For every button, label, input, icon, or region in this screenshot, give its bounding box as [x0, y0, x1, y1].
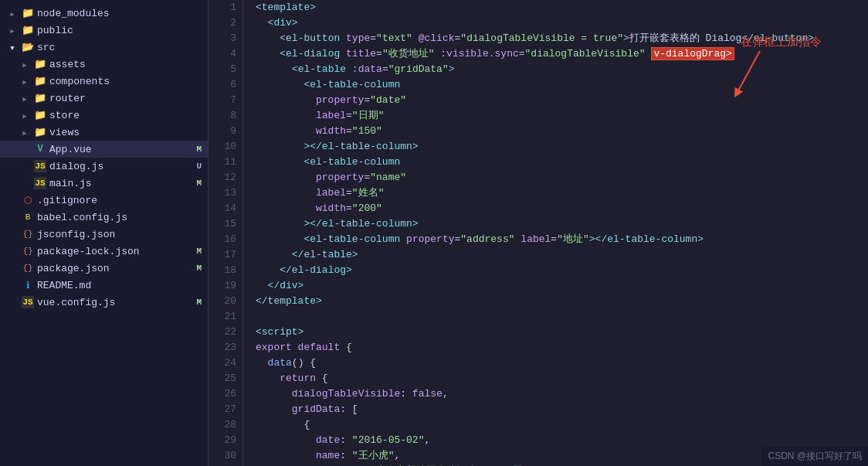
- code-line: return {: [256, 371, 868, 386]
- line-number: 26: [209, 386, 236, 402]
- sidebar-label-jsconfig: jsconfig.json: [37, 229, 202, 240]
- arrow-right-icon: [19, 109, 31, 121]
- sidebar-label-dialog-js: dialog.js: [49, 161, 192, 172]
- code-line: <el-table-column: [256, 155, 868, 170]
- highlight-v-dialog-drag: v-dialogDrag>: [651, 47, 734, 60]
- spacer-icon: [6, 296, 19, 308]
- badge-dialog-js: U: [196, 162, 202, 171]
- js-icon: JS: [22, 296, 34, 308]
- code-line: {: [256, 417, 868, 433]
- sidebar-label-gitignore: .gitignore: [37, 195, 202, 206]
- line-number: 1: [209, 0, 236, 15]
- code-line: <el-table-column property="address" labe…: [256, 232, 868, 247]
- line-number: 22: [209, 325, 236, 340]
- spacer-icon: [19, 160, 31, 172]
- sidebar-item-readme[interactable]: ℹ README.md: [0, 277, 208, 294]
- arrow-right-icon: [19, 92, 31, 104]
- js-icon: JS: [34, 160, 46, 172]
- folder-icon: 📁: [34, 126, 46, 138]
- file-explorer: 📁 node_modules 📁 public 📂 src 📁 assets 📁…: [0, 0, 209, 466]
- line-number: 12: [209, 170, 236, 185]
- sidebar-item-views[interactable]: 📁 views: [0, 124, 208, 141]
- sidebar-item-public[interactable]: 📁 public: [0, 22, 208, 39]
- sidebar-item-components[interactable]: 📁 components: [0, 73, 208, 90]
- code-line: label="日期": [256, 108, 868, 124]
- folder-icon: 📁: [34, 75, 46, 87]
- code-line: property="date": [256, 93, 868, 108]
- sidebar-item-assets[interactable]: 📁 assets: [0, 56, 208, 73]
- line-numbers: 1 2 3 4 5 6 7 8 9 10 11 12 13 14 15 16 1…: [209, 0, 243, 466]
- code-line: export default {: [256, 340, 868, 355]
- json-icon: {}: [22, 262, 34, 274]
- badge-package-lock: M: [196, 247, 202, 256]
- code-line: date: "2016-05-02",: [256, 433, 868, 448]
- sidebar-label-src: src: [37, 42, 202, 53]
- sidebar-item-package-lock[interactable]: {} package-lock.json M: [0, 243, 208, 260]
- line-number: 19: [209, 278, 236, 294]
- sidebar-item-router[interactable]: 📁 router: [0, 90, 208, 107]
- sidebar-item-app-vue[interactable]: V App.vue M: [0, 141, 208, 158]
- sidebar-label-readme: README.md: [37, 280, 202, 291]
- line-number: 15: [209, 216, 236, 232]
- sidebar-label-vue-config: vue.config.js: [37, 297, 192, 308]
- sidebar-item-store[interactable]: 📁 store: [0, 107, 208, 124]
- code-line: width="200": [256, 201, 868, 216]
- sidebar-item-package-json[interactable]: {} package.json M: [0, 260, 208, 277]
- code-line: <el-table :data="gridData">: [256, 62, 868, 77]
- code-line: </el-table>: [256, 247, 868, 263]
- line-number: 23: [209, 340, 236, 355]
- footer-attribution: CSDN @接口写好了吗: [761, 447, 868, 466]
- code-line: </div>: [256, 278, 868, 294]
- line-number: 3: [209, 31, 236, 46]
- code-line: dialogTableVisible: false,: [256, 386, 868, 402]
- code-content: <template> <div> <el-button type="text" …: [243, 0, 868, 466]
- line-number: 6: [209, 77, 236, 93]
- line-number: 7: [209, 93, 236, 108]
- line-number: 13: [209, 185, 236, 201]
- sidebar-label-views: views: [49, 127, 202, 138]
- sidebar-item-jsconfig[interactable]: {} jsconfig.json: [0, 226, 208, 243]
- arrow-down-icon: [6, 41, 19, 53]
- sidebar-item-babel-config[interactable]: B babel.config.js: [0, 209, 208, 226]
- arrow-right-icon: [19, 126, 31, 138]
- badge-main-js: M: [196, 179, 202, 188]
- json-icon: {}: [22, 228, 34, 240]
- line-number: 18: [209, 263, 236, 278]
- code-line: <el-dialog title="收货地址" :visible.sync="d…: [256, 46, 868, 62]
- sidebar-item-vue-config[interactable]: JS vue.config.js M: [0, 294, 208, 311]
- spacer-icon: [6, 279, 19, 291]
- sidebar-label-assets: assets: [49, 59, 202, 70]
- line-number: 27: [209, 402, 236, 417]
- code-line: label="姓名": [256, 185, 868, 201]
- sidebar-label-components: components: [49, 76, 202, 87]
- line-number: 4: [209, 46, 236, 62]
- sidebar-item-src[interactable]: 📂 src: [0, 39, 208, 56]
- code-line: property="name": [256, 170, 868, 185]
- line-number: 20: [209, 294, 236, 309]
- sidebar-item-main-js[interactable]: JS main.js M: [0, 175, 208, 192]
- line-number: 28: [209, 417, 236, 433]
- sidebar-label-store: store: [49, 110, 202, 121]
- code-line: [256, 309, 868, 325]
- sidebar-label-public: public: [37, 25, 202, 36]
- line-number: 16: [209, 232, 236, 247]
- sidebar-item-gitignore[interactable]: ⬡ .gitignore: [0, 192, 208, 209]
- code-line: ></el-table-column>: [256, 216, 868, 232]
- sidebar-item-dialog-js[interactable]: JS dialog.js U: [0, 158, 208, 175]
- sidebar-item-node-modules[interactable]: 📁 node_modules: [0, 5, 208, 22]
- code-line: gridData: [: [256, 402, 868, 417]
- code-line: <el-button type="text" @click="dialogTab…: [256, 31, 868, 46]
- sidebar-label-package-lock: package-lock.json: [37, 246, 192, 257]
- code-line: </template>: [256, 294, 868, 309]
- arrow-right-icon: [6, 24, 19, 36]
- folder-icon: 📁: [22, 24, 34, 36]
- spacer-icon: [6, 245, 19, 257]
- babel-icon: B: [22, 211, 34, 223]
- js-icon: JS: [34, 177, 46, 189]
- line-number: 11: [209, 155, 236, 170]
- code-line: <div>: [256, 15, 868, 31]
- badge-vue-config: M: [196, 298, 202, 307]
- line-number: 25: [209, 371, 236, 386]
- line-number: 2: [209, 15, 236, 31]
- spacer-icon: [6, 194, 19, 206]
